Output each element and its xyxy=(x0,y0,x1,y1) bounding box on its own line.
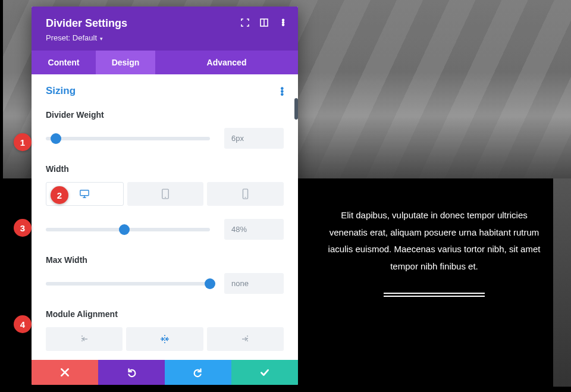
modal-header: Divider Settings Preset: Default ▾ ••• xyxy=(32,7,298,51)
scrollbar-thumb[interactable] xyxy=(294,98,298,120)
phone-icon xyxy=(242,189,249,199)
section-kebab-icon[interactable]: ••• xyxy=(280,87,284,96)
undo-icon xyxy=(126,367,137,378)
settings-modal: Divider Settings Preset: Default ▾ ••• C… xyxy=(32,7,298,385)
background-right-strip xyxy=(553,178,571,387)
slider-thumb[interactable] xyxy=(119,224,130,235)
slider-max-width[interactable] xyxy=(46,282,210,286)
preset-selector[interactable]: Preset: Default ▾ xyxy=(46,33,284,42)
desktop-icon xyxy=(79,189,90,199)
section-title[interactable]: Sizing xyxy=(46,85,76,97)
align-center-button[interactable] xyxy=(126,327,203,351)
slider-width[interactable] xyxy=(46,228,210,231)
redo-icon xyxy=(193,367,203,378)
field-module-alignment: Module Alignment xyxy=(46,309,284,351)
label-width: Width xyxy=(46,164,284,174)
align-left-button[interactable] xyxy=(46,327,123,351)
preview-text: Elit dapibus, vulputate in donec tempor … xyxy=(327,207,541,275)
align-center-icon xyxy=(158,334,171,344)
redo-button[interactable] xyxy=(165,360,231,385)
input-max-width[interactable] xyxy=(224,273,284,294)
callout-badge-1: 1 xyxy=(14,133,32,151)
device-tab-phone[interactable] xyxy=(207,182,284,206)
columns-icon[interactable] xyxy=(260,18,268,27)
callout-badge-3: 3 xyxy=(14,219,32,237)
kebab-menu-icon[interactable]: ••• xyxy=(279,18,287,27)
undo-button[interactable] xyxy=(98,360,165,385)
expand-icon[interactable] xyxy=(241,18,249,27)
align-right-icon xyxy=(239,334,252,344)
slider-thumb[interactable] xyxy=(205,278,215,289)
align-left-icon xyxy=(78,334,91,344)
tablet-icon xyxy=(161,189,170,199)
device-tab-tablet[interactable] xyxy=(127,182,204,206)
align-right-button[interactable] xyxy=(207,327,284,351)
slider-thumb[interactable] xyxy=(51,133,61,144)
save-button[interactable] xyxy=(231,360,298,385)
input-width[interactable] xyxy=(224,219,284,240)
callout-badge-4: 4 xyxy=(14,315,32,333)
label-divider-weight: Divider Weight xyxy=(46,110,284,120)
tab-advanced[interactable]: Advanced xyxy=(155,51,298,74)
responsive-device-tabs xyxy=(46,182,284,206)
field-width: Width xyxy=(46,164,284,240)
input-divider-weight[interactable] xyxy=(224,128,284,149)
label-max-width: Max Width xyxy=(46,255,284,265)
check-icon xyxy=(259,367,270,378)
slider-divider-weight[interactable] xyxy=(46,137,210,140)
tab-design[interactable]: Design xyxy=(96,51,155,74)
tab-content[interactable]: Content xyxy=(32,51,96,74)
field-divider-weight: Divider Weight xyxy=(46,110,284,149)
label-module-alignment: Module Alignment xyxy=(46,309,284,319)
modal-footer xyxy=(32,360,298,385)
caret-down-icon: ▾ xyxy=(98,36,103,42)
field-max-width: Max Width xyxy=(46,255,284,294)
preview-text-card: Elit dapibus, vulputate in donec tempor … xyxy=(315,180,553,321)
preview-divider xyxy=(384,293,485,297)
svg-rect-2 xyxy=(80,190,89,196)
cancel-button[interactable] xyxy=(32,360,98,385)
tab-bar: Content Design Advanced xyxy=(32,51,298,74)
modal-body: Sizing ••• Divider Weight Width xyxy=(32,74,298,360)
callout-badge-2: 2 xyxy=(51,186,68,204)
close-icon xyxy=(59,367,70,378)
